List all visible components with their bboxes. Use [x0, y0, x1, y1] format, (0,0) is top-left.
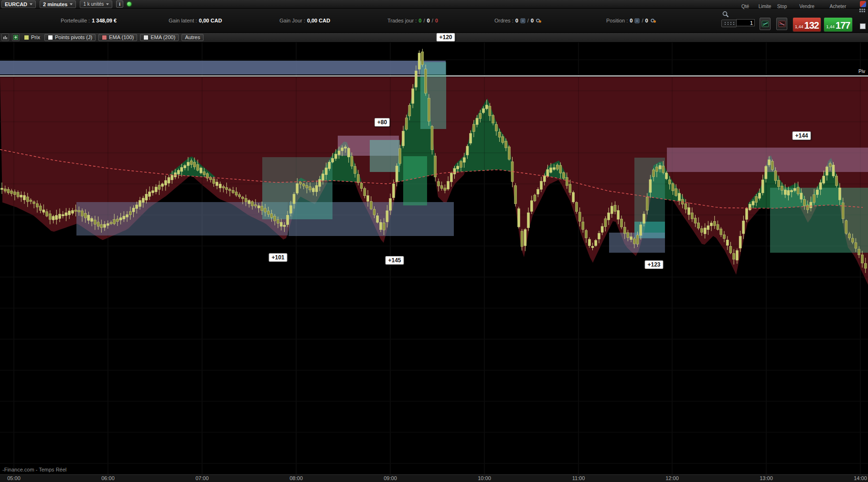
sell-price: 132: [804, 21, 819, 30]
legend-pivots-label: Points pivots (J): [55, 34, 92, 40]
day-trades-stat: Trades jour : 0 / 0 / 0: [387, 18, 438, 23]
time-axis[interactable]: 05:0006:0007:0008:0009:0010:0011:0012:00…: [0, 474, 868, 482]
legend-ema100-label: EMA (100): [109, 34, 134, 40]
buy-button[interactable]: 1,44 177: [824, 17, 853, 32]
trades-flat-count: 0: [427, 18, 430, 23]
separator: /: [432, 18, 433, 23]
sell-button[interactable]: 1,44 132: [793, 17, 821, 32]
ema100-swatch-icon: [102, 35, 107, 40]
time-axis-label: 14:00: [854, 475, 867, 481]
legend-pivots-button[interactable]: Points pivots (J): [44, 34, 96, 41]
time-axis-label: 08:00: [289, 475, 303, 481]
chart-properties-icon[interactable]: [1, 33, 9, 41]
time-axis-label: 10:00: [478, 475, 491, 481]
time-axis-label: 07:00: [195, 475, 209, 481]
limit-label: Limite: [759, 4, 772, 9]
chevron-down-icon: [30, 3, 32, 5]
day-trades-label: Trades jour :: [387, 18, 417, 23]
orders-list-icon[interactable]: [520, 18, 525, 23]
separator: /: [423, 18, 425, 23]
legend-price[interactable]: Prix: [22, 34, 42, 40]
qty-input[interactable]: 1: [736, 19, 755, 26]
buy-price: 177: [836, 21, 850, 30]
position-count: 0: [630, 18, 632, 23]
sell-price-prefix: 1,44: [795, 24, 804, 30]
ema200-swatch-icon: [143, 35, 149, 40]
orders-count: 0: [515, 18, 518, 23]
chevron-down-icon: [70, 3, 73, 5]
add-indicator-icon[interactable]: [12, 33, 20, 41]
stop-label: Stop: [777, 4, 787, 9]
info-icon: i: [119, 1, 120, 7]
legend-price-label: Prix: [31, 34, 40, 40]
orders-settings-icon[interactable]: [536, 18, 542, 23]
day-gain-label: Gain Jour :: [279, 18, 305, 23]
timeframe-label: 2 minutes: [43, 1, 67, 7]
trades-win-count: 0: [418, 18, 421, 23]
chevron-down-icon: [106, 3, 109, 5]
units-dropdown[interactable]: 1 k unités: [80, 0, 112, 8]
legend-others-button[interactable]: Autres: [182, 34, 204, 41]
instrument-search-icon[interactable]: [722, 11, 729, 20]
latent-gain-value: 0,00 CAD: [199, 18, 222, 23]
connection-status-icon: [127, 2, 131, 6]
orders-stat: Ordres : 0 / 0: [494, 18, 542, 23]
separator: /: [527, 18, 529, 23]
price-swatch-icon: [24, 35, 29, 40]
grid-icon[interactable]: [859, 7, 865, 15]
legend-ema200-button[interactable]: EMA (200): [140, 34, 179, 41]
time-axis-label: 13:00: [760, 475, 773, 481]
position-settings-icon[interactable]: [650, 18, 656, 23]
stop-order-button[interactable]: [776, 18, 787, 30]
pivots-swatch-icon: [48, 35, 53, 40]
symbol-dropdown[interactable]: EURCAD: [1, 0, 36, 8]
portfolio-label: Portefeuille :: [61, 18, 90, 23]
sell-label: Vendre: [799, 4, 814, 9]
chart-canvas[interactable]: [0, 43, 868, 474]
latent-gain-stat: Gain latent : 0,00 CAD: [169, 18, 222, 23]
time-axis-label: 11:00: [572, 475, 585, 481]
position-pending-count: 0: [645, 18, 648, 23]
legend-ema200-label: EMA (200): [150, 34, 175, 40]
separator: /: [642, 18, 643, 23]
orders-pending-count: 0: [531, 18, 534, 23]
buy-label: Acheter: [830, 4, 846, 9]
legend-ema100-button[interactable]: EMA (100): [98, 34, 137, 41]
trade-panel: Qté Limite Stop Vendre Acheter 1 1,44 13…: [720, 0, 868, 32]
symbol-label: EURCAD: [5, 1, 27, 7]
latent-gain-label: Gain latent :: [169, 18, 197, 23]
orders-label: Ordres :: [494, 18, 514, 23]
portfolio-value: 1 348,09 €: [92, 18, 117, 23]
time-axis-label: 09:00: [384, 475, 397, 481]
portfolio-stat: Portefeuille : 1 348,09 €: [61, 18, 117, 23]
limit-order-button[interactable]: [760, 18, 771, 30]
buy-price-prefix: 1,44: [826, 24, 835, 30]
day-gain-value: 0,00 CAD: [307, 18, 330, 23]
time-axis-label: 06:00: [101, 475, 115, 481]
day-gain-stat: Gain Jour : 0,00 CAD: [279, 18, 330, 23]
legend-others-label: Autres: [185, 34, 200, 40]
time-axis-label: 05:00: [7, 475, 21, 481]
position-label: Position :: [606, 18, 628, 23]
units-label: 1 k unités: [83, 1, 104, 7]
info-button[interactable]: i: [116, 0, 123, 8]
time-axis-label: 12:00: [665, 475, 679, 481]
indicator-legend-bar: Prix Points pivots (J) EMA (100) EMA (20…: [0, 32, 868, 43]
timeframe-dropdown[interactable]: 2 minutes: [40, 0, 76, 8]
panel-checkbox[interactable]: [860, 23, 866, 29]
qty-value: 1: [750, 20, 753, 26]
qty-label: Qté: [741, 4, 749, 9]
trades-loss-count: 0: [435, 18, 438, 23]
keypad-icon[interactable]: [721, 20, 737, 27]
position-stat: Position : 0 / 0: [606, 18, 656, 23]
position-list-icon[interactable]: [634, 18, 640, 23]
price-chart[interactable]: [0, 43, 868, 474]
